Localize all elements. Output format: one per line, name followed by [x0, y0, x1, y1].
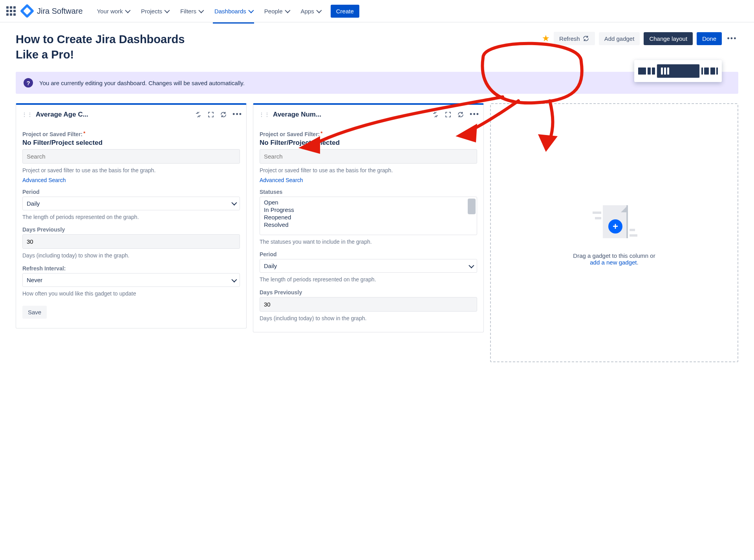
chevron-down-icon: [231, 277, 237, 282]
empty-column-illustration: +: [593, 200, 636, 247]
statuses-listbox[interactable]: Open In Progress Reopened Resolved: [260, 197, 477, 235]
chevron-down-icon: [469, 263, 474, 268]
gadget-average-num: ⋮⋮ Average Num... ••• Project or Saved F…: [253, 103, 484, 332]
chevron-down-icon: [285, 8, 290, 13]
period-select[interactable]: Daily: [22, 197, 240, 210]
refresh-button[interactable]: Refresh: [554, 32, 595, 45]
period-help: The length of periods represented on the…: [260, 276, 477, 284]
chevron-down-icon: [164, 8, 170, 13]
jira-logo-icon: [20, 4, 35, 18]
layout-option-2col[interactable]: [648, 64, 655, 78]
days-help: Days (including today) to show in the gr…: [260, 315, 477, 323]
nav-projects[interactable]: Projects: [136, 5, 173, 17]
nav-apps[interactable]: Apps: [296, 5, 325, 17]
status-option[interactable]: Resolved: [260, 221, 477, 228]
status-option[interactable]: In Progress: [260, 206, 477, 213]
days-input[interactable]: [260, 297, 477, 312]
chevron-down-icon: [248, 8, 254, 13]
banner-text: You are currently editing your dashboard…: [39, 80, 245, 86]
gadget-title: Average Num...: [273, 111, 429, 119]
refresh-interval-select[interactable]: Never: [22, 273, 240, 287]
more-actions-button[interactable]: •••: [726, 32, 738, 45]
gadget-title: Average Age C...: [36, 111, 192, 119]
chevron-down-icon: [125, 8, 130, 13]
gadget-average-age: ⋮⋮ Average Age C... ••• Project or Saved…: [16, 103, 247, 328]
layout-option-3col[interactable]: [657, 64, 700, 78]
add-gadget-button[interactable]: Add gadget: [599, 32, 640, 45]
chevron-down-icon: [231, 200, 237, 206]
scrollbar-thumb[interactable]: [468, 199, 476, 214]
period-select[interactable]: Daily: [260, 259, 477, 273]
star-icon[interactable]: ★: [542, 33, 550, 44]
advanced-search-link[interactable]: Advanced Search: [260, 177, 303, 183]
add-new-gadget-link[interactable]: add a new gadget: [590, 259, 637, 266]
chevron-down-icon: [316, 8, 322, 13]
nav-people[interactable]: People: [260, 5, 294, 17]
fullscreen-icon[interactable]: [445, 111, 452, 118]
create-button[interactable]: Create: [331, 5, 359, 18]
dots-icon: •••: [727, 35, 737, 43]
refresh-gadget-icon[interactable]: [457, 111, 464, 118]
layout-option-right-wide[interactable]: [710, 64, 718, 78]
advanced-search-link[interactable]: Advanced Search: [22, 177, 66, 183]
filter-label: Project or Saved Filter:: [260, 131, 477, 137]
brand-name: Jira Software: [37, 7, 83, 16]
drag-handle-icon[interactable]: ⋮⋮: [22, 111, 33, 118]
days-input[interactable]: [22, 234, 240, 249]
drag-handle-icon[interactable]: ⋮⋮: [259, 111, 270, 118]
gadget-more-icon[interactable]: •••: [232, 110, 242, 119]
nav-filters[interactable]: Filters: [176, 5, 207, 17]
page-title: How to Create Jira Dashboards Like a Pro…: [16, 32, 188, 62]
filter-search-input[interactable]: [260, 149, 477, 164]
change-layout-button[interactable]: Change layout: [644, 32, 693, 45]
filter-search-input[interactable]: [22, 149, 240, 164]
refresh-interval-label: Refresh Interval:: [22, 265, 240, 272]
collapse-icon[interactable]: [432, 111, 439, 118]
editing-info-banner: ? You are currently editing your dashboa…: [16, 72, 738, 94]
filter-value: No Filter/Project selected: [22, 139, 240, 147]
gadget-more-icon[interactable]: •••: [470, 110, 479, 119]
days-label: Days Previously: [260, 289, 477, 296]
refresh-gadget-icon[interactable]: [220, 111, 227, 118]
nav-dashboards[interactable]: Dashboards: [210, 5, 257, 17]
refresh-icon: [582, 35, 589, 42]
status-option[interactable]: Open: [260, 199, 477, 206]
layout-option-1col[interactable]: [638, 64, 646, 78]
refresh-interval-help: How often you would like this gadget to …: [22, 290, 240, 298]
filter-help: Project or saved filter to use as the ba…: [22, 167, 240, 175]
layout-option-left-wide[interactable]: [701, 64, 709, 78]
chevron-down-icon: [198, 8, 204, 13]
app-switcher-icon[interactable]: [6, 6, 16, 16]
period-label: Period: [22, 189, 240, 195]
statuses-label: Statuses: [260, 189, 477, 195]
days-label: Days Previously: [22, 226, 240, 233]
save-button[interactable]: Save: [22, 306, 47, 319]
help-icon: ?: [24, 78, 33, 88]
period-help: The length of periods represented on the…: [22, 213, 240, 221]
filter-value: No Filter/Project selected: [260, 139, 477, 147]
days-help: Days (including today) to show in the gr…: [22, 252, 240, 260]
empty-dashboard-column[interactable]: + Drag a gadget to this column or add a …: [490, 103, 738, 362]
collapse-icon[interactable]: [195, 111, 202, 118]
filter-label: Project or Saved Filter:: [22, 131, 240, 137]
layout-picker-popover: [634, 60, 722, 82]
done-button[interactable]: Done: [697, 32, 722, 45]
empty-column-text: Drag a gadget to this column or add a ne…: [573, 252, 655, 266]
period-label: Period: [260, 251, 477, 257]
fullscreen-icon[interactable]: [207, 111, 214, 118]
statuses-help: The statuses you want to include in the …: [260, 238, 477, 246]
status-option[interactable]: Reopened: [260, 213, 477, 221]
nav-your-work[interactable]: Your work: [92, 5, 134, 17]
filter-help: Project or saved filter to use as the ba…: [260, 167, 477, 175]
